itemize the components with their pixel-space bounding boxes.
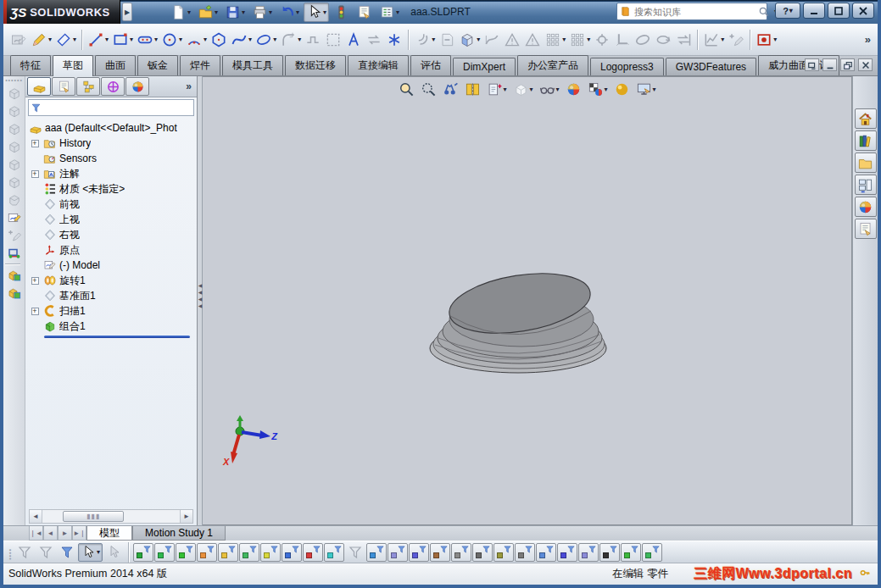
knowledge-search[interactable]: ▾: [616, 3, 767, 20]
convert-entities-button[interactable]: [437, 29, 457, 51]
dropdown-arrow-icon[interactable]: ▾: [154, 36, 158, 43]
dynamic-mirror-button[interactable]: [323, 29, 343, 51]
tree-item[interactable]: +History: [29, 136, 197, 151]
sketch-text-button[interactable]: [343, 29, 364, 51]
tree-expander[interactable]: +: [29, 140, 41, 147]
clear-all-filters-button[interactable]: [14, 543, 35, 562]
restore-button[interactable]: [653, 29, 673, 51]
filter-weld-symbols-button[interactable]: [515, 543, 535, 562]
standard-view-4-button[interactable]: [5, 137, 24, 155]
dropdown-arrow-icon[interactable]: ▾: [105, 36, 109, 43]
print-button[interactable]: ▾: [249, 3, 275, 22]
standard-view-1-button[interactable]: [5, 84, 24, 102]
tab-nav-next-button[interactable]: ►: [58, 526, 72, 541]
tree-item[interactable]: 上视: [29, 212, 197, 227]
spline-button[interactable]: ▾: [229, 29, 254, 51]
filter-sketch-points-button[interactable]: [282, 543, 302, 562]
dropdown-arrow-icon[interactable]: ▾: [562, 36, 566, 43]
tab-特征[interactable]: 特征: [10, 55, 51, 75]
display-style-button[interactable]: ▾: [537, 80, 560, 99]
view-settings-button[interactable]: ▾: [634, 80, 658, 99]
search-icon[interactable]: [758, 6, 770, 18]
corner-rectangle-button[interactable]: ▾: [110, 29, 135, 51]
previous-view-button[interactable]: [440, 80, 460, 99]
display-delete-relations-button[interactable]: [592, 29, 612, 51]
dropdown-arrow-icon[interactable]: ▾: [298, 36, 301, 43]
select-button[interactable]: ▾: [304, 3, 329, 22]
featuremanager-design-tree-tab[interactable]: [27, 77, 51, 96]
tree-expander[interactable]: +: [29, 277, 41, 285]
dropdown-arrow-icon[interactable]: ▾: [242, 8, 245, 16]
doc-minimize-button[interactable]: [822, 58, 837, 71]
tab-直接编辑[interactable]: 直接编辑: [348, 55, 409, 75]
displaymanager-tab[interactable]: [125, 77, 149, 96]
tree-expander[interactable]: +: [29, 308, 41, 315]
filter-surface-finish-symbols-button[interactable]: [430, 543, 450, 562]
standard-view-2-button[interactable]: [5, 102, 24, 119]
dropdown-arrow-icon[interactable]: ▾: [97, 548, 100, 556]
custom-properties-tab-button[interactable]: [855, 219, 877, 239]
face-curves-button[interactable]: [502, 29, 522, 51]
tab-评估[interactable]: 评估: [410, 55, 451, 75]
help-button[interactable]: ?▾: [775, 3, 800, 19]
scroll-right-icon[interactable]: ►: [180, 510, 192, 523]
standard-view-3-button[interactable]: [5, 119, 24, 137]
filter-cosmetic-threads-button[interactable]: [578, 543, 599, 562]
propertymanager-tab[interactable]: [52, 77, 75, 96]
tab-Logopress3[interactable]: Logopress3: [590, 58, 664, 75]
filter-reference-sketches-button[interactable]: [260, 543, 281, 562]
undo-button[interactable]: ▾: [276, 3, 302, 22]
tree-item[interactable]: 右视: [29, 227, 197, 242]
tab-Motion Study 1[interactable]: Motion Study 1: [132, 526, 226, 541]
options-button[interactable]: ▾: [376, 3, 402, 22]
close-button[interactable]: [852, 3, 874, 19]
tab-曲面[interactable]: 曲面: [95, 55, 136, 75]
dropdown-arrow-icon[interactable]: ▾: [323, 8, 326, 16]
tab-焊件[interactable]: 焊件: [180, 55, 220, 75]
filter-edges-button[interactable]: [154, 543, 175, 562]
straight-slot-button[interactable]: ▾: [135, 29, 159, 51]
intersection-curve-button[interactable]: [482, 29, 502, 51]
dropdown-arrow-icon[interactable]: ▾: [653, 86, 656, 93]
dropdown-arrow-icon[interactable]: ▾: [179, 36, 182, 43]
view-palette-button[interactable]: [855, 175, 877, 195]
tree-expander[interactable]: +: [29, 170, 41, 178]
tree-item[interactable]: 组合1: [29, 319, 197, 334]
filter-off-button[interactable]: [345, 543, 365, 562]
section-view-button[interactable]: [462, 80, 482, 99]
tab-办公室产品[interactable]: 办公室产品: [517, 55, 588, 75]
filter-axes-button[interactable]: [366, 543, 387, 562]
dropdown-arrow-icon[interactable]: ▾: [432, 36, 435, 43]
add-relation-button[interactable]: [726, 29, 746, 51]
filter-datums-button[interactable]: [493, 543, 514, 562]
open-button[interactable]: ▾: [195, 3, 220, 22]
dropdown-arrow-icon[interactable]: ▾: [396, 8, 399, 16]
dropdown-arrow-icon[interactable]: ▾: [215, 8, 218, 16]
dropdown-arrow-icon[interactable]: ▾: [503, 86, 506, 93]
tab-数据迁移[interactable]: 数据迁移: [285, 55, 346, 75]
dropdown-arrow-icon[interactable]: ▾: [773, 36, 777, 43]
dropdown-arrow-icon[interactable]: ▾: [269, 8, 272, 16]
edit-appearance-button[interactable]: ▾: [586, 80, 610, 99]
tab-草图[interactable]: 草图: [53, 55, 93, 76]
tree-item[interactable]: +旋转1: [29, 273, 197, 288]
tree-filter-bar[interactable]: [28, 99, 194, 116]
apply-scene-button[interactable]: [612, 80, 632, 99]
tab-DimXpert[interactable]: DimXpert: [453, 58, 516, 75]
linear-sketch-pattern-button[interactable]: ▾: [543, 29, 567, 51]
centerpoint-arc-button[interactable]: ▾: [184, 29, 209, 51]
zoom-to-area-button[interactable]: [418, 80, 438, 99]
solidworks-menu-button[interactable]: ƷS SOLIDWORKS: [3, 0, 120, 24]
offset-entities-button[interactable]: ▾: [412, 29, 437, 51]
dropdown-arrow-icon[interactable]: ▾: [248, 36, 252, 43]
toolbar-overflow-chevron[interactable]: »: [865, 33, 871, 46]
record-macro-button[interactable]: ▾: [754, 29, 778, 51]
doc-cascade-button[interactable]: [805, 58, 819, 71]
select-button[interactable]: ▾: [78, 543, 103, 562]
filter-geometric-tolerances-button[interactable]: [451, 543, 471, 562]
tab-模型[interactable]: 模型: [86, 526, 132, 541]
dropdown-arrow-icon[interactable]: ▾: [273, 36, 276, 43]
filter-blocks-button[interactable]: [557, 543, 577, 562]
tab-模具工具[interactable]: 模具工具: [222, 55, 283, 75]
menu-expand-arrow-icon[interactable]: ▶: [122, 3, 132, 21]
